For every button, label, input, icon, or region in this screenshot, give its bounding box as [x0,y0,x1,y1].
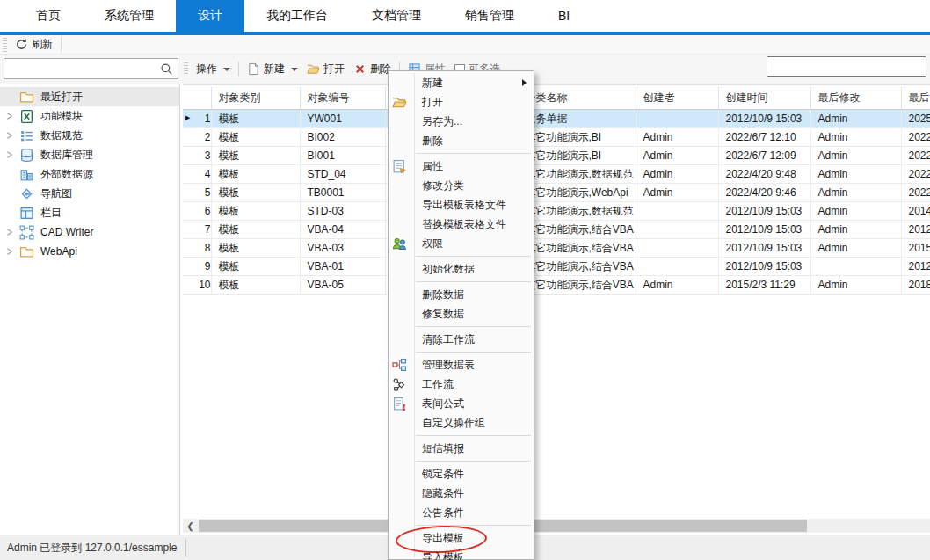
column-header[interactable]: 分类名称 [523,87,636,110]
context-menu-item[interactable]: 导出模板 [389,528,534,548]
main-tab[interactable]: BI [536,0,592,32]
main-tab[interactable]: 设计 [176,0,244,32]
menu-item-label: 导出模板 [422,532,464,544]
column-header[interactable]: 最后修改时间 [901,87,930,110]
sidebar-item[interactable]: > 导航图 [0,184,179,203]
context-menu-item[interactable]: 导入模板 [389,548,534,560]
context-menu: 新建 打开 另存为... 删除 属性 修改分类 导出模板表格文件 [388,70,534,560]
grid-cell: Admin [810,184,901,202]
search-input[interactable] [6,61,159,78]
table-row[interactable]: ▶1模板YW001业务单据2012/10/9 15:03Admin2025 [183,110,930,128]
context-menu-item[interactable]: 自定义操作组 [389,413,534,433]
context-menu-item[interactable]: 另存为... [389,112,534,131]
context-menu-item[interactable]: 清除工作流 [389,330,534,349]
context-menu-item[interactable]: 权限 [389,234,534,253]
refresh-label: 刷新 [32,37,53,52]
open-button[interactable]: 打开 [302,61,349,78]
grid-cell: Admin [636,147,718,165]
context-menu-item[interactable]: 隐藏条件 [389,484,534,503]
grid-cell: 模板 [211,128,300,147]
main-tab[interactable]: 文档管理 [350,0,443,32]
permission-icon [392,236,407,251]
context-menu-item[interactable]: 替换模板表格文件 [389,215,534,234]
context-menu-item[interactable]: 新建 [389,73,534,92]
table-row[interactable]: 10模板VBA-05其它功能演示,结合VBAAdmin2015/2/3 11:2… [183,276,930,295]
sidebar-item[interactable]: > 数据库管理 [0,145,179,164]
context-menu-item[interactable]: 删除数据 [389,285,534,304]
context-menu-item[interactable]: 锁定条件 [389,464,534,484]
table-row[interactable]: 7模板VBA-04其它功能演示,结合VBA2012/10/9 15:03Admi… [183,221,930,239]
quick-filter-input[interactable] [767,56,926,77]
grid-cell: Admin [636,276,718,295]
tab-label: 文档管理 [372,8,421,24]
context-menu-item[interactable]: 短信填报 [389,439,534,458]
column-header[interactable]: 创建者 [636,87,718,110]
context-menu-item[interactable]: 属性 [389,156,534,176]
context-menu-item[interactable]: 删除 [389,131,534,150]
table-row[interactable]: 2模板BI002其它功能演示,BIAdmin2022/6/7 12:10Admi… [183,128,930,147]
sidebar-item[interactable]: > WebApi [0,242,179,261]
grid-cell: 2022/6/7 12:09 [718,147,810,165]
table-row[interactable]: 4模板STD_04其它功能演示,数据规范Admin2022/4/20 9:48A… [183,165,930,184]
tab-label: BI [558,9,570,23]
expander-chevron-icon[interactable]: > [1,148,18,163]
column-header[interactable]: 对象编号 [300,87,385,110]
grid-cell: 2018 [901,276,930,295]
table-row[interactable]: 6模板STD-03其它功能演示,数据规范2012/10/9 15:03Admin… [183,202,930,221]
table-row[interactable]: 5模板TB0001其它功能演示,WebApiAdmin2022/4/20 9:4… [183,184,930,202]
expander-chevron-icon[interactable]: > [1,109,18,124]
column-header[interactable] [183,87,211,110]
sidebar-item[interactable]: > CAD Writer [0,222,179,242]
grid-cell: Admin [810,221,901,239]
main-tab[interactable]: 首页 [14,0,83,32]
scroll-left-arrow-icon[interactable]: ❮ [183,519,198,533]
main-tab[interactable]: 我的工作台 [244,0,350,32]
sidebar-item[interactable]: > 栏目 [0,203,179,222]
context-menu-item[interactable]: 工作流 [389,375,534,394]
context-menu-item[interactable]: 初始化数据 [389,259,534,279]
context-menu-item[interactable]: 管理数据表 [389,355,534,375]
refresh-toolbar: 刷新 [0,35,930,55]
main-tab[interactable]: 系统管理 [83,0,176,32]
sidebar-item[interactable]: > 最近打开 [0,87,179,106]
context-menu-item[interactable]: 公告条件 [389,503,534,522]
toolbar-grip[interactable] [3,38,7,52]
menu-item-label: 管理数据表 [422,359,475,371]
main-tab[interactable]: 销售管理 [443,0,536,32]
column-header[interactable]: 最后修改 [810,87,901,110]
grid-cell: 其它功能演示,结合VBA [523,276,636,295]
refresh-button[interactable]: 刷新 [11,36,57,54]
actions-dropdown-button[interactable]: 操作 [192,61,235,78]
context-menu-item[interactable]: 导出模板表格文件 [389,195,534,215]
refresh-icon [15,38,28,51]
expander-chevron-icon[interactable]: > [1,225,18,240]
context-menu-item[interactable]: 修复数据 [389,304,534,324]
menu-item-label: 隐藏条件 [422,487,464,499]
toolbar-grip[interactable] [184,62,188,76]
table-row[interactable]: 3模板BI001其它功能演示,BIAdmin2022/6/7 12:09Admi… [183,147,930,165]
grid-cell: TB0001 [300,184,385,202]
context-menu-item[interactable]: 打开 [389,92,534,112]
menu-separator [416,153,531,154]
grid-cell: 模板 [211,276,300,295]
sidebar-item[interactable]: > 功能模块 [0,106,179,126]
horizontal-scrollbar[interactable]: ❮ [183,519,930,533]
sidebar-item[interactable]: > 外部数据源 [0,164,179,184]
table-row[interactable]: 9模板VBA-01其它功能演示,结合VBA2012/10/9 15:032012 [183,258,930,276]
menu-item-label: 导入模板 [422,551,464,560]
table-row[interactable]: 8模板VBA-03其它功能演示,结合VBA2012/10/9 15:03Admi… [183,239,930,258]
row-number: 4 [183,165,211,184]
context-menu-item[interactable]: 表间公式 [389,394,534,413]
tab-label: 设计 [198,8,222,24]
context-menu-item[interactable]: 修改分类 [389,176,534,195]
expander-chevron-icon[interactable]: > [1,128,18,143]
column-header[interactable]: 对象类别 [211,87,300,110]
sidebar-item[interactable]: > 数据规范 [0,126,179,145]
grid-cell: 2012/10/9 15:03 [718,202,810,221]
expander-chevron-icon[interactable]: > [1,244,18,259]
grid-cell: Admin [810,165,901,184]
column-header[interactable]: 创建时间 [718,87,810,110]
menu-separator [416,256,531,257]
new-button[interactable]: 新建 [243,61,302,78]
tab-label: 销售管理 [465,8,514,24]
